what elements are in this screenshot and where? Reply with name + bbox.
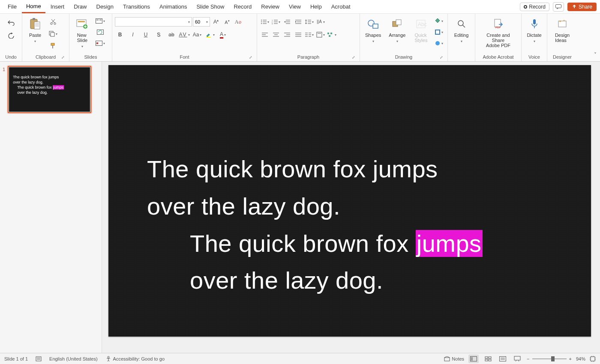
share-button[interactable]: Share	[567, 3, 597, 11]
tab-design[interactable]: Design	[92, 1, 118, 12]
change-case-button[interactable]: Aa	[192, 30, 202, 39]
tab-draw[interactable]: Draw	[69, 1, 91, 12]
fit-to-window-button[interactable]	[590, 356, 596, 362]
tab-view[interactable]: View	[285, 1, 305, 12]
shape-outline-button[interactable]	[434, 27, 444, 37]
record-button[interactable]: Record	[520, 3, 549, 11]
tab-slideshow[interactable]: Slide Show	[192, 1, 228, 12]
paragraph-dialog-launcher[interactable]: ⤢	[352, 55, 355, 60]
paste-button[interactable]: Paste ▾	[25, 15, 45, 45]
tab-transitions[interactable]: Transitions	[119, 1, 154, 12]
svg-rect-86	[558, 21, 566, 27]
tab-record[interactable]: Record	[229, 1, 256, 12]
zoom-slider[interactable]	[532, 358, 567, 359]
tab-acrobat[interactable]: Acrobat	[327, 1, 355, 12]
justify-button[interactable]	[293, 30, 303, 39]
paste-icon	[28, 17, 42, 31]
layout-button[interactable]	[95, 16, 105, 26]
create-pdf-button[interactable]: PDF Create and Share Adobe PDF	[478, 15, 519, 50]
align-left-button[interactable]	[260, 30, 270, 39]
reading-view-button[interactable]	[498, 355, 508, 363]
italic-button[interactable]: I	[128, 30, 138, 39]
slide-thumbnail-1[interactable]: The quick brown fox jumps over the lazy …	[8, 66, 91, 113]
record-icon	[524, 5, 527, 9]
font-size-input[interactable]: 60▾	[193, 17, 210, 27]
collapse-ribbon-button[interactable]: ˅	[594, 52, 597, 58]
section-button[interactable]	[95, 39, 105, 48]
thumb-line3-pre: The quick brown fox	[17, 85, 53, 90]
tab-review[interactable]: Review	[257, 1, 284, 12]
shape-effects-button[interactable]	[434, 39, 444, 48]
status-spellcheck-icon[interactable]	[36, 356, 42, 362]
reset-slide-button[interactable]	[95, 27, 105, 37]
increase-indent-button[interactable]	[293, 17, 303, 27]
numbering-button[interactable]: 123	[271, 17, 281, 27]
strike-button[interactable]: ab	[166, 30, 177, 39]
editing-group-label	[450, 60, 472, 60]
format-painter-button[interactable]	[48, 41, 58, 51]
justify-icon	[295, 32, 301, 37]
underline-button[interactable]: U	[141, 30, 151, 39]
decrease-font-button[interactable]: A▾	[222, 17, 232, 27]
svg-text:||A: ||A	[317, 19, 322, 24]
slide-editor[interactable]: The quick brown fox jumps over the lazy …	[102, 62, 600, 353]
normal-view-button[interactable]	[468, 355, 479, 363]
slide-canvas[interactable]: The quick brown fox jumps over the lazy …	[108, 65, 591, 337]
tab-help[interactable]: Help	[306, 1, 326, 12]
editing-button[interactable]: Editing▾	[451, 15, 472, 45]
clear-formatting-button[interactable]: A⊘	[233, 17, 243, 27]
text-direction-button[interactable]: ||A	[315, 17, 326, 27]
undo-button[interactable]	[6, 18, 16, 27]
design-ideas-button[interactable]: Design Ideas	[552, 15, 573, 45]
bullets-button[interactable]	[260, 17, 270, 27]
comments-button[interactable]	[553, 2, 564, 12]
status-slide-number[interactable]: Slide 1 of 1	[4, 356, 28, 361]
undo-icon	[7, 20, 15, 26]
svg-rect-2	[33, 18, 35, 20]
shape-fill-button[interactable]	[434, 16, 444, 26]
columns-button[interactable]	[304, 30, 315, 39]
redo-button[interactable]	[6, 31, 16, 40]
sorter-view-button[interactable]	[483, 355, 493, 363]
dictate-button[interactable]: Dictate▾	[524, 15, 545, 45]
notes-button[interactable]: Notes	[444, 356, 464, 361]
new-slide-icon	[75, 17, 89, 31]
zoom-out-button[interactable]: −	[527, 356, 529, 361]
highlight-button[interactable]	[205, 30, 215, 39]
zoom-level[interactable]: 94%	[576, 356, 585, 361]
align-right-button[interactable]	[282, 30, 292, 39]
tab-animations[interactable]: Animations	[155, 1, 191, 12]
drawing-dialog-launcher[interactable]: ⤢	[440, 55, 443, 60]
decrease-indent-button[interactable]	[282, 17, 292, 27]
clipboard-dialog-launcher[interactable]: ⤢	[61, 55, 65, 60]
font-name-input[interactable]: ▾	[115, 17, 192, 27]
font-color-button[interactable]: A	[218, 30, 228, 39]
font-dialog-launcher[interactable]: ⤢	[249, 55, 252, 60]
align-center-button[interactable]	[271, 30, 281, 39]
zoom-in-button[interactable]: +	[569, 356, 572, 361]
bold-button[interactable]: B	[115, 30, 125, 39]
increase-font-button[interactable]: A▴	[211, 17, 221, 27]
svg-rect-84	[533, 19, 536, 24]
char-spacing-button[interactable]: AV	[179, 30, 189, 39]
tab-file[interactable]: File	[3, 1, 21, 12]
new-slide-button[interactable]: New Slide ▾	[72, 15, 93, 50]
tab-home[interactable]: Home	[22, 0, 45, 13]
arrange-button[interactable]: Arrange▾	[386, 15, 408, 45]
slide-text-box[interactable]: The quick brown fox jumps over the lazy …	[147, 151, 483, 299]
align-text-button[interactable]	[315, 30, 326, 39]
cut-button[interactable]	[48, 17, 58, 27]
shapes-button[interactable]: Shapes▾	[363, 15, 384, 45]
svg-point-27	[261, 20, 262, 21]
shadow-button[interactable]: S	[153, 30, 164, 39]
smartart-button[interactable]	[327, 30, 337, 39]
copy-button[interactable]	[48, 29, 58, 39]
status-accessibility[interactable]: Accessibility: Good to go	[105, 356, 165, 362]
thumbnail-pane[interactable]: 1 The quick brown fox jumps over the laz…	[0, 62, 102, 353]
line-spacing-button[interactable]	[304, 17, 315, 27]
design-ideas-label: Design Ideas	[555, 33, 570, 43]
drawing-group-label: Drawing⤢	[363, 54, 445, 60]
tab-insert[interactable]: Insert	[46, 1, 69, 12]
status-language[interactable]: English (United States)	[49, 356, 98, 361]
slideshow-view-button[interactable]	[512, 355, 522, 363]
